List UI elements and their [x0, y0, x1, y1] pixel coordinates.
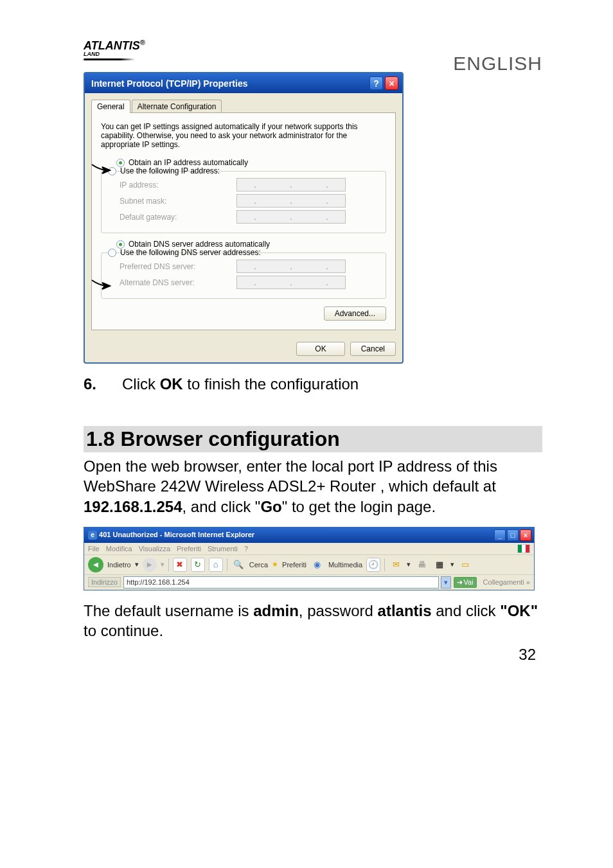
advanced-button[interactable]: Advanced...: [324, 306, 386, 321]
annotation-arrow-icon: [91, 279, 111, 293]
alternate-dns-label: Alternate DNS server:: [108, 278, 236, 287]
logo-text: ATLANTIS: [84, 39, 140, 52]
ip-address-label: IP address:: [108, 181, 236, 190]
alternate-dns-input: ...: [236, 276, 346, 289]
browser-titlebar[interactable]: e 401 Unauthorized - Microsoft Internet …: [84, 527, 534, 543]
tab-alternate[interactable]: Alternate Configuration: [132, 100, 222, 113]
default-gateway-input: ...: [236, 210, 346, 224]
step-number: 6.: [84, 375, 96, 393]
close-icon[interactable]: ×: [385, 76, 398, 90]
radio-obtain-dns-auto[interactable]: [116, 240, 125, 249]
page-number: 32: [519, 646, 536, 664]
maximize-icon[interactable]: □: [507, 529, 519, 541]
dialog-info-text: You can get IP settings assigned automat…: [101, 122, 386, 149]
refresh-icon[interactable]: ↻: [191, 558, 205, 572]
favorites-label[interactable]: Preferiti: [282, 561, 306, 569]
browser-toolbar: ◄ Indietro ▾ ► ▾ ✖ ↻ ⌂ 🔍 Cerca ★ Preferi…: [84, 555, 534, 575]
ie-icon: e: [88, 531, 97, 540]
tab-general[interactable]: General: [91, 100, 130, 113]
back-icon[interactable]: ◄: [88, 557, 103, 572]
address-label: Indirizzo: [88, 577, 121, 587]
radio-obtain-ip-auto[interactable]: [116, 159, 125, 167]
browser-config-paragraph: Open the web browser, enter the local po…: [84, 456, 542, 517]
go-button[interactable]: ➜ Vai: [454, 577, 477, 588]
edit-icon[interactable]: ▦: [432, 558, 447, 572]
menu-strumenti[interactable]: Strumenti: [208, 545, 238, 553]
menu-help[interactable]: ?: [244, 545, 248, 553]
section-heading: 1.8 Browser configuration: [84, 426, 542, 452]
dialog-titlebar[interactable]: Internet Protocol (TCP/IP) Properties ? …: [85, 73, 402, 93]
mail-icon[interactable]: ✉: [389, 558, 403, 572]
close-icon[interactable]: ×: [520, 529, 531, 541]
browser-address-bar: Indirizzo http://192.168.1.254 ▾ ➜ Vai C…: [84, 575, 534, 590]
help-icon[interactable]: ?: [369, 76, 383, 90]
address-input[interactable]: http://192.168.1.254: [123, 576, 439, 589]
multimedia-icon[interactable]: ◉: [310, 558, 324, 572]
forward-icon[interactable]: ►: [143, 558, 157, 572]
ok-button[interactable]: OK: [296, 342, 344, 356]
back-label[interactable]: Indietro: [107, 561, 131, 569]
tcpip-properties-dialog: Internet Protocol (TCP/IP) Properties ? …: [84, 72, 404, 364]
address-dropdown-icon[interactable]: ▾: [441, 576, 451, 589]
links-label[interactable]: Collegamenti »: [479, 578, 530, 586]
radio-obtain-dns-auto-label: Obtain DNS server address automatically: [129, 240, 270, 249]
print-icon[interactable]: 🖶: [414, 558, 429, 572]
subnet-mask-input: ...: [236, 194, 346, 208]
multimedia-label[interactable]: Multimedia: [328, 561, 362, 569]
history-icon[interactable]: 🕘: [366, 558, 380, 572]
tab-panel-general: You can get IP settings assigned automat…: [91, 112, 396, 330]
default-gateway-label: Default gateway:: [108, 213, 236, 222]
radio-use-following-dns-label: Use the following DNS server addresses:: [120, 248, 261, 257]
favorites-icon[interactable]: ★: [272, 560, 278, 569]
discuss-icon[interactable]: ▭: [458, 558, 472, 572]
browser-window: e 401 Unauthorized - Microsoft Internet …: [84, 527, 535, 590]
browser-menubar: File Modifica Visualizza Preferiti Strum…: [84, 543, 534, 555]
cancel-button[interactable]: Cancel: [350, 342, 396, 356]
ip-address-input: ...: [236, 178, 346, 191]
minimize-icon[interactable]: _: [494, 529, 506, 541]
menu-visualizza[interactable]: Visualizza: [139, 545, 170, 553]
stop-icon[interactable]: ✖: [173, 558, 187, 572]
menu-modifica[interactable]: Modifica: [106, 545, 132, 553]
menu-preferiti[interactable]: Preferiti: [177, 545, 201, 553]
credentials-paragraph: The default username is admin, password …: [84, 601, 542, 641]
ip-fieldset: Use the following IP address: IP address…: [101, 171, 386, 233]
home-icon[interactable]: ⌂: [209, 558, 223, 572]
subnet-mask-label: Subnet mask:: [108, 197, 236, 206]
brand-logo: ATLANTIS® LAND: [84, 39, 145, 60]
search-icon[interactable]: 🔍: [231, 558, 245, 572]
preferred-dns-label: Preferred DNS server:: [108, 262, 236, 271]
language-label: ENGLISH: [453, 53, 542, 75]
browser-title: 401 Unauthorized - Microsoft Internet Ex…: [99, 531, 254, 538]
search-label[interactable]: Cerca: [249, 561, 268, 569]
dns-fieldset: Use the following DNS server addresses: …: [101, 252, 386, 299]
radio-use-following-dns[interactable]: [108, 249, 116, 257]
preferred-dns-input: ...: [236, 260, 346, 273]
dialog-title: Internet Protocol (TCP/IP) Properties: [91, 78, 247, 89]
dialog-tabs: General Alternate Configuration: [91, 100, 396, 113]
radio-use-following-ip-label: Use the following IP address:: [120, 166, 220, 175]
flag-icon: [517, 544, 530, 553]
step-6-text: 6. Click OK to finish the configuration: [84, 374, 542, 394]
menu-file[interactable]: File: [88, 545, 100, 553]
radio-obtain-ip-auto-label: Obtain an IP address automatically: [129, 158, 248, 167]
annotation-arrow-icon: [91, 163, 111, 177]
